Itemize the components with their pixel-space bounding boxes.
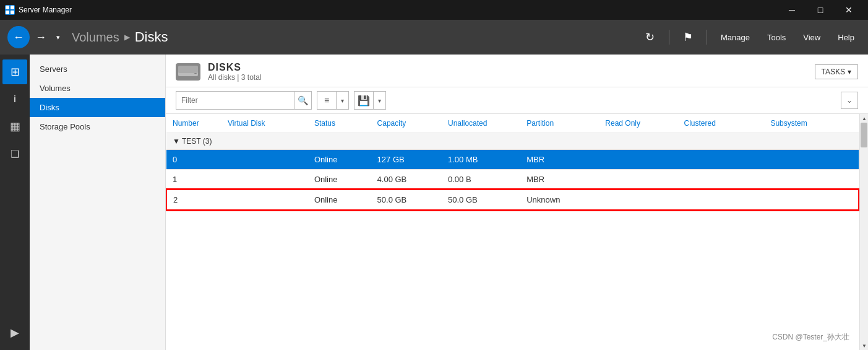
expand-section-button[interactable]: ⌄ — [841, 92, 858, 109]
flag-button[interactable]: ⚑ — [677, 26, 699, 48]
content-header-left: DISKS All disks | 3 total — [176, 62, 261, 82]
sidebar-item-servers[interactable]: Servers — [30, 59, 165, 79]
sidebar-item-label: Storage Pools — [40, 122, 90, 131]
view-mode-group: ≡ ▾ — [317, 91, 349, 110]
scroll-up-button[interactable]: ▲ — [860, 114, 868, 123]
table-group-row: ▼ TEST (3) — [166, 133, 859, 150]
refresh-icon: ↻ — [645, 30, 655, 44]
sidebar-icon-data[interactable]: ▦ — [2, 114, 27, 139]
help-menu[interactable]: Help — [831, 29, 861, 46]
sidebar-icon-files[interactable]: ❑ — [2, 141, 27, 166]
sidebar-item-storage-pools[interactable]: Storage Pools — [30, 117, 165, 136]
expand-icon: ▶ — [11, 326, 19, 339]
table-cell — [764, 150, 859, 170]
table-row[interactable]: 0Online127 GB1.00 MBMBR — [166, 150, 859, 170]
table-cell: 1 — [166, 170, 221, 190]
col-header-clustered: Clustered — [678, 114, 765, 133]
table-cell — [221, 150, 308, 170]
nav-divider-2 — [707, 30, 707, 45]
app-icon — [5, 5, 15, 15]
filter-box: 🔍 — [176, 91, 312, 110]
manage-menu[interactable]: Manage — [715, 29, 756, 46]
save-button[interactable]: 💾 — [355, 92, 373, 109]
tasks-button[interactable]: TASKS ▾ — [815, 64, 858, 79]
sidebar-icon-dashboard[interactable]: ⊞ — [2, 59, 27, 84]
scrollbar[interactable]: ▲ ▼ — [859, 114, 868, 350]
disk-table: Number Virtual Disk Status Capacity Unal… — [166, 114, 859, 211]
refresh-button[interactable]: ↻ — [639, 26, 661, 48]
app-title: Server Manager — [19, 6, 778, 14]
svg-rect-5 — [178, 68, 198, 76]
table-cell: Online — [308, 170, 371, 190]
col-header-subsystem: Subsystem — [764, 114, 859, 133]
tasks-label: TASKS — [822, 68, 845, 76]
svg-rect-0 — [6, 6, 9, 9]
tasks-arrow-icon: ▾ — [848, 68, 851, 76]
tools-menu[interactable]: Tools — [761, 29, 792, 46]
table-section: Number Virtual Disk Status Capacity Unal… — [166, 114, 868, 350]
toolbar: 🔍 ≡ ▾ 💾 ▾ ⌄ — [166, 87, 868, 114]
sidebar-item-label: Disks — [40, 103, 59, 112]
list-view-icon: ≡ — [324, 95, 329, 105]
scroll-down-button[interactable]: ▼ — [860, 341, 868, 350]
files-icon: ❑ — [11, 148, 19, 160]
sidebar-icon-info[interactable]: i — [2, 87, 27, 112]
view-menu[interactable]: View — [797, 29, 827, 46]
breadcrumb-parent[interactable]: Volumes — [72, 30, 119, 45]
disk-icon — [176, 63, 200, 81]
save-dropdown-icon: ▾ — [378, 97, 381, 104]
list-view-button[interactable]: ≡ — [317, 92, 336, 109]
table-cell — [678, 170, 765, 190]
col-header-capacity: Capacity — [371, 114, 442, 133]
content-header: DISKS All disks | 3 total TASKS ▾ — [166, 55, 868, 87]
forward-button[interactable]: → — [30, 26, 52, 48]
sidebar-item-volumes[interactable]: Volumes — [30, 79, 165, 98]
breadcrumb: Volumes ▶ Disks — [72, 29, 639, 45]
close-button[interactable]: ✕ — [835, 0, 863, 20]
table-cell: 2 — [166, 190, 221, 210]
sidebar-expand-button[interactable]: ▶ — [2, 320, 27, 345]
title-bar: Server Manager ─ □ ✕ — [0, 0, 868, 20]
view-dropdown-button[interactable]: ▾ — [336, 92, 348, 109]
breadcrumb-current: Disks — [135, 29, 168, 45]
sidebar-item-disks[interactable]: Disks — [30, 98, 165, 117]
back-button[interactable]: ← — [7, 26, 30, 48]
maximize-button[interactable]: □ — [806, 0, 835, 20]
info-icon: i — [14, 94, 16, 104]
svg-rect-3 — [11, 11, 14, 14]
nav-right-controls: ↻ ⚑ Manage Tools View Help — [639, 26, 861, 48]
filter-input[interactable] — [176, 94, 294, 107]
table-cell — [599, 190, 677, 210]
table-cell: 50.0 GB — [371, 190, 442, 210]
sidebar-item-label: Servers — [40, 64, 67, 74]
table-row[interactable]: 2Online50.0 GB50.0 GBUnknown — [166, 190, 859, 210]
table-cell: MBR — [520, 150, 599, 170]
flag-icon: ⚑ — [683, 30, 693, 44]
minimize-button[interactable]: ─ — [778, 0, 806, 20]
window-controls: ─ □ ✕ — [778, 0, 863, 20]
col-header-partition: Partition — [520, 114, 599, 133]
table-cell — [764, 170, 859, 190]
table-cell — [599, 150, 677, 170]
search-button[interactable]: 🔍 — [294, 92, 311, 109]
svg-rect-2 — [6, 11, 9, 14]
scrollbar-thumb[interactable] — [861, 123, 867, 147]
nav-dropdown-button[interactable]: ▾ — [52, 26, 64, 48]
dropdown-icon: ▾ — [341, 97, 344, 104]
search-icon: 🔍 — [298, 95, 308, 105]
table-cell — [764, 190, 859, 210]
table-cell: 1.00 MB — [442, 150, 520, 170]
table-cell — [221, 170, 308, 190]
table-cell — [678, 150, 765, 170]
svg-point-6 — [194, 70, 197, 74]
expand-icon: ⌄ — [846, 96, 853, 105]
table-row[interactable]: 1Online4.00 GB0.00 BMBR — [166, 170, 859, 190]
table-cell — [599, 170, 677, 190]
svg-rect-1 — [11, 6, 14, 9]
col-header-number: Number — [166, 114, 221, 133]
table-container: Number Virtual Disk Status Capacity Unal… — [166, 114, 859, 350]
col-header-unallocated: Unallocated — [442, 114, 520, 133]
table-cell: 0 — [166, 150, 221, 170]
save-icon: 💾 — [358, 95, 370, 107]
save-dropdown-button[interactable]: ▾ — [373, 92, 385, 109]
